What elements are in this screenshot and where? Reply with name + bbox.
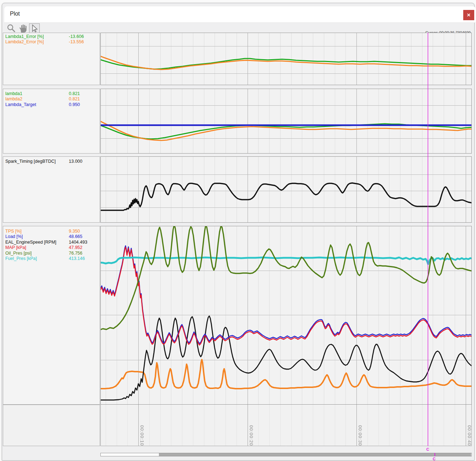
- cursor-axis-marker[interactable]: C: [426, 447, 429, 451]
- pan-tool-button[interactable]: [18, 23, 28, 33]
- legend-label: TPS [%]: [5, 229, 22, 234]
- legend-row: Fuel_Pres [kPa] 413.146: [3, 256, 100, 261]
- window-title: Plot: [10, 11, 20, 17]
- legend-panel-engine: TPS [%] 9.350 Load [%] 48.665 EAL_Engine…: [3, 226, 100, 405]
- time-tick-label: 00:00:30: [358, 425, 363, 446]
- legend-value: 0.821: [69, 96, 80, 102]
- legend-label: EAL_EngineSpeed [RPM]: [5, 240, 56, 245]
- legend-value: -13.556: [69, 39, 84, 45]
- legend-value: 413.146: [69, 256, 85, 261]
- legend-panel-lambda-error: Lambda1_Error [%] -13.606 Lambda2_Error …: [3, 33, 100, 85]
- legend-value: 48.665: [69, 234, 82, 239]
- legend-row: lambda1 0.821: [3, 91, 100, 96]
- screen: Plot ✕ Cursor:: [0, 0, 476, 461]
- legend-panel-spark: Spark_Timing [degBTDC] 13.000: [3, 156, 100, 223]
- legend-label: Spark_Timing [degBTDC]: [5, 159, 56, 164]
- legend-value: 1404.493: [69, 240, 87, 245]
- legend-value: 0.821: [69, 91, 80, 96]
- legend-value: -13.606: [69, 34, 84, 39]
- legend-row: Spark_Timing [degBTDC] 13.000: [3, 159, 100, 164]
- legend-label: Load [%]: [5, 234, 23, 239]
- horizontal-scrollbar-track[interactable]: [100, 453, 472, 456]
- legend-value: 47.952: [69, 245, 82, 250]
- legend-row: Lambda_Target 0.950: [3, 102, 100, 107]
- legend-row: Oil_Pres [psi] 76.756: [3, 251, 100, 256]
- legend-label: MAP [kPa]: [5, 245, 26, 250]
- time-tick-label: 00:00:40: [467, 425, 472, 446]
- zoom-tool-button[interactable]: [6, 23, 16, 33]
- cursor-scrollbar-tick: [435, 453, 435, 456]
- legend-panel-lambda: lambda1 0.821 lambda2 0.821 Lambda_Targe…: [3, 89, 100, 154]
- legend-row: lambda2 0.821: [3, 96, 100, 102]
- legend-value: 76.756: [69, 251, 82, 256]
- title-bar[interactable]: Plot: [4, 6, 476, 23]
- legend-label: Fuel_Pres [kPa]: [5, 256, 37, 261]
- legend-label: Oil_Pres [psi]: [5, 251, 32, 256]
- time-tick-label: 00:00:20: [249, 425, 254, 446]
- legend-row: Lambda1_Error [%] -13.606: [3, 34, 100, 39]
- legend-value: 0.950: [69, 102, 80, 107]
- legend-value: 9.350: [69, 229, 80, 234]
- legend-row: MAP [kPa] 47.952: [3, 245, 100, 250]
- legend-label: Lambda1_Error [%]: [5, 34, 44, 39]
- cursor-scroll-marker[interactable]: C: [433, 457, 436, 461]
- legend-value: 13.000: [69, 159, 82, 164]
- legend-label: Lambda2_Error [%]: [5, 39, 44, 45]
- legend-row: Lambda2_Error [%] -13.556: [3, 39, 100, 45]
- legend-label: lambda2: [5, 96, 22, 102]
- legend-label: lambda1: [5, 91, 22, 96]
- legend-row: Load [%] 48.665: [3, 234, 100, 239]
- time-tick-label: 00:00:10: [139, 425, 145, 446]
- legend-row: EAL_EngineSpeed [RPM] 1404.493: [3, 240, 100, 245]
- horizontal-scrollbar-thumb[interactable]: [159, 453, 471, 456]
- plot-canvas[interactable]: [100, 33, 472, 446]
- legend-panel-timeaxis: [3, 405, 100, 446]
- close-button[interactable]: ✕: [463, 10, 474, 20]
- legend-label: Lambda_Target: [5, 102, 36, 107]
- legend-row: TPS [%] 9.350: [3, 229, 100, 234]
